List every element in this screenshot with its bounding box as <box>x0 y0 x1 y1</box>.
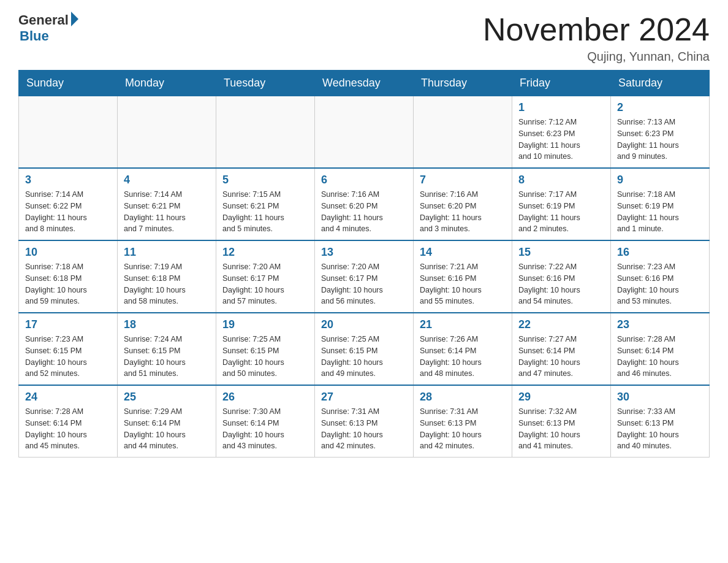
calendar-cell: 1Sunrise: 7:12 AMSunset: 6:23 PMDaylight… <box>512 96 611 169</box>
day-number: 3 <box>25 174 111 186</box>
day-number: 30 <box>617 391 703 404</box>
day-number: 29 <box>518 391 604 404</box>
calendar-cell: 16Sunrise: 7:23 AMSunset: 6:16 PMDayligh… <box>611 240 710 313</box>
day-info: Sunrise: 7:26 AMSunset: 6:14 PMDaylight:… <box>420 334 506 380</box>
day-info: Sunrise: 7:16 AMSunset: 6:20 PMDaylight:… <box>321 189 407 235</box>
day-number: 2 <box>617 101 703 114</box>
calendar-week-row: 10Sunrise: 7:18 AMSunset: 6:18 PMDayligh… <box>19 240 710 313</box>
day-info: Sunrise: 7:30 AMSunset: 6:14 PMDaylight:… <box>222 406 308 452</box>
day-info: Sunrise: 7:14 AMSunset: 6:21 PMDaylight:… <box>124 189 210 235</box>
logo-arrow-icon <box>71 12 78 26</box>
day-info: Sunrise: 7:20 AMSunset: 6:17 PMDaylight:… <box>321 261 407 307</box>
calendar-cell: 29Sunrise: 7:32 AMSunset: 6:13 PMDayligh… <box>512 385 611 458</box>
calendar-cell: 18Sunrise: 7:24 AMSunset: 6:15 PMDayligh… <box>118 313 216 385</box>
day-of-week-header: Friday <box>512 71 611 96</box>
day-info: Sunrise: 7:24 AMSunset: 6:15 PMDaylight:… <box>124 334 210 380</box>
day-number: 13 <box>321 246 407 259</box>
calendar-cell: 25Sunrise: 7:29 AMSunset: 6:14 PMDayligh… <box>118 385 216 458</box>
calendar-cell: 6Sunrise: 7:16 AMSunset: 6:20 PMDaylight… <box>315 168 414 240</box>
page-header: General Blue November 2024 Qujing, Yunna… <box>18 12 710 64</box>
calendar-cell: 9Sunrise: 7:18 AMSunset: 6:19 PMDaylight… <box>611 168 710 240</box>
calendar-cell <box>414 96 512 169</box>
calendar-header-row: SundayMondayTuesdayWednesdayThursdayFrid… <box>19 71 710 96</box>
calendar-cell: 10Sunrise: 7:18 AMSunset: 6:18 PMDayligh… <box>19 240 118 313</box>
day-info: Sunrise: 7:17 AMSunset: 6:19 PMDaylight:… <box>518 189 604 235</box>
day-of-week-header: Tuesday <box>216 71 315 96</box>
day-number: 21 <box>420 318 506 331</box>
calendar-cell: 19Sunrise: 7:25 AMSunset: 6:15 PMDayligh… <box>216 313 315 385</box>
calendar-cell: 7Sunrise: 7:16 AMSunset: 6:20 PMDaylight… <box>414 168 512 240</box>
day-number: 17 <box>25 318 111 331</box>
day-number: 23 <box>617 318 703 331</box>
day-info: Sunrise: 7:29 AMSunset: 6:14 PMDaylight:… <box>124 406 210 452</box>
day-info: Sunrise: 7:25 AMSunset: 6:15 PMDaylight:… <box>321 334 407 380</box>
day-info: Sunrise: 7:27 AMSunset: 6:14 PMDaylight:… <box>518 334 604 380</box>
day-info: Sunrise: 7:28 AMSunset: 6:14 PMDaylight:… <box>617 334 703 380</box>
calendar-week-row: 1Sunrise: 7:12 AMSunset: 6:23 PMDaylight… <box>19 96 710 169</box>
calendar-cell: 17Sunrise: 7:23 AMSunset: 6:15 PMDayligh… <box>19 313 118 385</box>
day-info: Sunrise: 7:16 AMSunset: 6:20 PMDaylight:… <box>420 189 506 235</box>
calendar-cell <box>19 96 118 169</box>
calendar-cell: 12Sunrise: 7:20 AMSunset: 6:17 PMDayligh… <box>216 240 315 313</box>
day-number: 6 <box>321 174 407 186</box>
day-number: 22 <box>518 318 604 331</box>
calendar-cell: 14Sunrise: 7:21 AMSunset: 6:16 PMDayligh… <box>414 240 512 313</box>
logo-text: General <box>18 12 78 28</box>
title-block: November 2024 Qujing, Yunnan, China <box>483 12 710 64</box>
day-of-week-header: Sunday <box>19 71 118 96</box>
day-number: 19 <box>222 318 308 331</box>
day-number: 20 <box>321 318 407 331</box>
calendar-cell: 4Sunrise: 7:14 AMSunset: 6:21 PMDaylight… <box>118 168 216 240</box>
calendar-cell: 22Sunrise: 7:27 AMSunset: 6:14 PMDayligh… <box>512 313 611 385</box>
day-info: Sunrise: 7:21 AMSunset: 6:16 PMDaylight:… <box>420 261 506 307</box>
day-number: 27 <box>321 391 407 404</box>
day-of-week-header: Wednesday <box>315 71 414 96</box>
day-number: 12 <box>222 246 308 259</box>
day-info: Sunrise: 7:15 AMSunset: 6:21 PMDaylight:… <box>222 189 308 235</box>
location-subtitle: Qujing, Yunnan, China <box>483 50 710 64</box>
day-info: Sunrise: 7:13 AMSunset: 6:23 PMDaylight:… <box>617 117 703 163</box>
day-number: 9 <box>617 174 703 186</box>
day-info: Sunrise: 7:18 AMSunset: 6:18 PMDaylight:… <box>25 261 111 307</box>
logo-blue-text: Blue <box>20 28 49 44</box>
calendar-cell: 21Sunrise: 7:26 AMSunset: 6:14 PMDayligh… <box>414 313 512 385</box>
calendar-cell <box>315 96 414 169</box>
day-of-week-header: Monday <box>118 71 216 96</box>
day-number: 16 <box>617 246 703 259</box>
day-info: Sunrise: 7:19 AMSunset: 6:18 PMDaylight:… <box>124 261 210 307</box>
day-info: Sunrise: 7:12 AMSunset: 6:23 PMDaylight:… <box>518 117 604 163</box>
day-info: Sunrise: 7:32 AMSunset: 6:13 PMDaylight:… <box>518 406 604 452</box>
calendar-cell: 28Sunrise: 7:31 AMSunset: 6:13 PMDayligh… <box>414 385 512 458</box>
calendar-cell: 15Sunrise: 7:22 AMSunset: 6:16 PMDayligh… <box>512 240 611 313</box>
calendar-week-row: 24Sunrise: 7:28 AMSunset: 6:14 PMDayligh… <box>19 385 710 458</box>
calendar-cell: 8Sunrise: 7:17 AMSunset: 6:19 PMDaylight… <box>512 168 611 240</box>
month-year-title: November 2024 <box>483 12 710 47</box>
day-info: Sunrise: 7:23 AMSunset: 6:16 PMDaylight:… <box>617 261 703 307</box>
calendar-cell: 23Sunrise: 7:28 AMSunset: 6:14 PMDayligh… <box>611 313 710 385</box>
day-info: Sunrise: 7:33 AMSunset: 6:13 PMDaylight:… <box>617 406 703 452</box>
day-info: Sunrise: 7:31 AMSunset: 6:13 PMDaylight:… <box>420 406 506 452</box>
day-number: 24 <box>25 391 111 404</box>
day-number: 1 <box>518 101 604 114</box>
calendar-cell: 11Sunrise: 7:19 AMSunset: 6:18 PMDayligh… <box>118 240 216 313</box>
day-info: Sunrise: 7:23 AMSunset: 6:15 PMDaylight:… <box>25 334 111 380</box>
logo-general-text: General <box>18 12 69 28</box>
day-info: Sunrise: 7:14 AMSunset: 6:22 PMDaylight:… <box>25 189 111 235</box>
day-info: Sunrise: 7:22 AMSunset: 6:16 PMDaylight:… <box>518 261 604 307</box>
calendar-cell: 3Sunrise: 7:14 AMSunset: 6:22 PMDaylight… <box>19 168 118 240</box>
calendar-table: SundayMondayTuesdayWednesdayThursdayFrid… <box>18 70 710 458</box>
day-number: 18 <box>124 318 210 331</box>
day-of-week-header: Thursday <box>414 71 512 96</box>
logo: General Blue <box>18 12 78 44</box>
day-info: Sunrise: 7:18 AMSunset: 6:19 PMDaylight:… <box>617 189 703 235</box>
day-info: Sunrise: 7:28 AMSunset: 6:14 PMDaylight:… <box>25 406 111 452</box>
calendar-cell: 13Sunrise: 7:20 AMSunset: 6:17 PMDayligh… <box>315 240 414 313</box>
day-info: Sunrise: 7:31 AMSunset: 6:13 PMDaylight:… <box>321 406 407 452</box>
calendar-cell: 20Sunrise: 7:25 AMSunset: 6:15 PMDayligh… <box>315 313 414 385</box>
calendar-cell <box>216 96 315 169</box>
calendar-cell: 27Sunrise: 7:31 AMSunset: 6:13 PMDayligh… <box>315 385 414 458</box>
calendar-cell: 5Sunrise: 7:15 AMSunset: 6:21 PMDaylight… <box>216 168 315 240</box>
day-number: 10 <box>25 246 111 259</box>
calendar-cell: 30Sunrise: 7:33 AMSunset: 6:13 PMDayligh… <box>611 385 710 458</box>
calendar-week-row: 3Sunrise: 7:14 AMSunset: 6:22 PMDaylight… <box>19 168 710 240</box>
